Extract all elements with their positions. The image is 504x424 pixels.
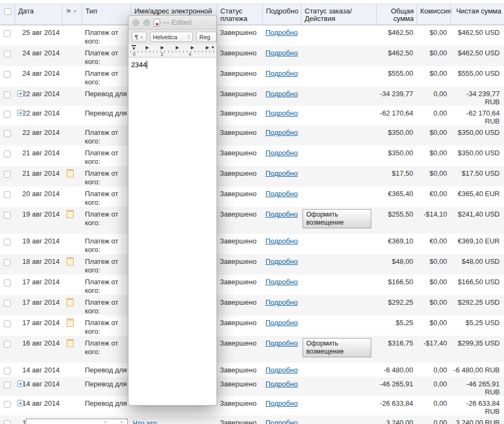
gross-amount: -34 239,77 [376,87,416,106]
window-titlebar[interactable]: — Edited [128,16,217,30]
zoom-button[interactable] [154,19,161,26]
note-cell [62,336,82,363]
refund-button[interactable]: Оформить возмещение [303,338,371,357]
row-checkbox[interactable] [4,111,11,118]
type-text: Перевод для [85,109,127,117]
row-checkbox[interactable] [4,320,11,327]
row-checkbox[interactable] [4,71,11,78]
details-link[interactable]: Подробно [265,278,298,286]
date-cell: + 24 авг 2014 [15,46,62,66]
details-link[interactable]: Подробно [265,257,298,265]
row-checkbox[interactable] [4,401,11,408]
whats-this-link[interactable]: Что это [133,419,157,424]
textedit-window[interactable]: — Edited ¶∨ Helvetica˄˅ Reg ▼ ▶ ▶ ▶ ▶ ▶ … [128,15,217,406]
details-link[interactable]: Подробно [265,399,298,407]
row-checkbox[interactable] [4,212,11,219]
details-link[interactable]: Подробно [265,339,298,347]
note-icon[interactable] [67,169,74,177]
fee-amount: -$14,10 [416,207,450,234]
note-icon[interactable] [67,339,74,347]
details-link[interactable]: Подробно [265,128,298,136]
row-checkbox[interactable] [4,191,11,198]
date-cell: + 21 авг 2014 [15,146,62,166]
details-link[interactable]: Подробно [265,237,298,245]
expand-icon[interactable]: + [17,90,24,97]
tab-stop-icon[interactable]: ▶ [206,45,209,50]
right-indent-marker-icon[interactable]: ▼ [211,45,215,50]
row-checkbox[interactable] [4,341,11,348]
minimize-button[interactable] [143,19,150,26]
row-checkbox[interactable] [4,300,11,307]
note-icon[interactable] [67,298,74,306]
details-link[interactable]: Подробно [265,419,298,424]
status-text: Завершено [220,210,256,218]
details-link[interactable]: Подробно [265,69,298,77]
row-checkbox-cell [0,207,15,234]
payment-status-cell: Завершено [217,275,262,295]
expand-icon[interactable]: + [17,380,24,387]
row-checkbox[interactable] [4,382,11,389]
select-all-checkbox[interactable] [4,8,11,15]
window-title: — Edited [163,18,191,26]
font-family-select[interactable]: Helvetica˄˅ [150,32,193,42]
date-cell: + 22 авг 2014 [15,87,62,106]
table-row: + 25 авг 2014 Платеж от кого: Завершено … [0,25,504,46]
fee-amount: $0,00 [416,275,450,295]
tab-stop-icon[interactable]: ▶ [176,45,179,50]
row-checkbox[interactable] [4,171,11,178]
details-link[interactable]: Подробно [265,380,298,388]
row-checkbox[interactable] [4,130,11,137]
expand-icon[interactable]: + [17,400,24,406]
details-link[interactable]: Подробно [265,210,298,218]
fee-amount: 0,00 [416,415,450,424]
details-link[interactable]: Подробно [265,298,298,306]
row-checkbox[interactable] [4,91,11,98]
details-link[interactable]: Подробно [265,28,298,37]
gross-amount: $316,75 [376,336,416,363]
details-link[interactable]: Подробно [265,49,298,57]
details-link[interactable]: Подробно [265,319,298,327]
close-button[interactable] [133,19,139,26]
row-checkbox[interactable] [4,259,11,266]
refund-button[interactable]: Оформить возмещение [303,209,371,228]
payment-status-cell: Завершено [217,46,262,66]
type-cell: Платеж от кого: [82,186,131,207]
document-text-area[interactable]: 2344 [128,58,217,406]
header-gross: Общая сумма [376,4,416,25]
note-icon[interactable] [67,210,74,218]
details-link[interactable]: Подробно [265,149,298,157]
tab-stop-icon[interactable]: ▶ [191,45,194,50]
row-checkbox[interactable] [4,51,11,58]
row-checkbox[interactable] [4,279,11,286]
ruler-number: 2 [161,52,163,57]
details-link[interactable]: Подробно [265,169,298,177]
row-checkbox[interactable] [4,420,11,424]
details-link[interactable]: Подробно [265,366,298,374]
row-checkbox[interactable] [4,30,11,37]
tab-stop-icon[interactable]: ▶ [161,45,164,50]
date-cell: + 22 авг 2014 [15,106,62,125]
row-checkbox[interactable] [4,150,11,157]
ruler: ▼ ▶ ▶ ▶ ▶ ▶ ▼ 0 2 4 [128,44,217,58]
bulk-actions-select[interactable]: ˅ ˅ [26,419,128,424]
row-checkbox[interactable] [4,368,11,375]
row-checkbox[interactable] [4,239,11,246]
date-cell: + 20 авг 2014 [15,186,62,207]
format-toolbar: ¶∨ Helvetica˄˅ Reg [128,30,217,44]
status-text: Завершено [220,109,256,117]
net-amount: -26 633,84 RUB [450,396,504,415]
chevron-down-icon: ∨ [140,34,143,40]
font-style-value: Reg [199,34,210,40]
note-icon[interactable] [67,319,74,327]
header-flag-filter[interactable]: ⚑ ▾ [62,4,82,25]
details-link[interactable]: Подробно [265,190,298,198]
details-link[interactable]: Подробно [265,109,298,117]
font-style-select[interactable]: Reg [196,32,217,42]
details-link[interactable]: Подробно [265,90,298,98]
row-checkbox-cell [0,125,15,146]
expand-icon[interactable]: + [17,110,24,116]
paragraph-styles-button[interactable]: ¶∨ [132,32,147,42]
note-icon[interactable] [67,257,74,265]
tab-stop-icon[interactable]: ▶ [146,45,149,50]
details-cell: Подробно [262,336,301,363]
